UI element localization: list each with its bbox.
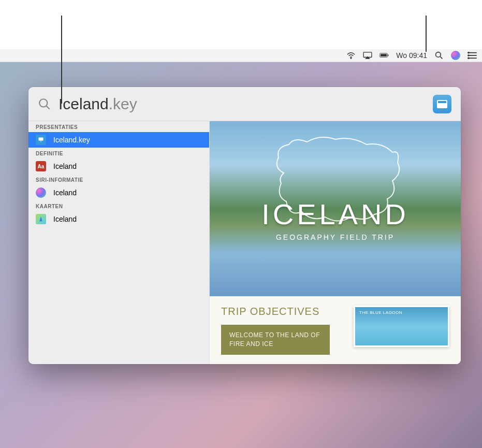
svg-rect-4 <box>388 54 388 56</box>
preview-slide-2: TRIP OBJECTIVES WELCOME TO THE LAND OF F… <box>210 296 461 364</box>
spotlight-preview-pane: ICELAND GEOGRAPHY FIELD TRIP TRIP OBJECT… <box>210 121 461 364</box>
airplay-icon[interactable] <box>363 51 372 60</box>
slide2-image-blue-lagoon: THE BLUE LAGOON <box>354 306 449 347</box>
svg-rect-3 <box>381 54 387 56</box>
iceland-map-outline <box>263 132 408 235</box>
svg-point-12 <box>468 57 470 60</box>
category-maps: KAARTEN <box>28 200 209 211</box>
dictionary-icon: Aa <box>36 161 46 171</box>
slide2-welcome-box: WELCOME TO THE LAND OF FIRE AND ICE <box>221 325 330 355</box>
result-label: Iceland <box>53 215 77 223</box>
battery-icon[interactable] <box>379 51 389 60</box>
keynote-app-icon <box>433 95 451 113</box>
search-icon <box>38 97 51 111</box>
spotlight-body: PRESENTATIES Iceland.key DEFINITIE Aa Ic… <box>28 121 461 364</box>
svg-point-0 <box>350 57 352 59</box>
spotlight-results-sidebar[interactable]: PRESENTATIES Iceland.key DEFINITIE Aa Ic… <box>28 121 210 364</box>
result-iceland-maps[interactable]: Iceland <box>28 211 209 227</box>
preview-slide-1: ICELAND GEOGRAPHY FIELD TRIP <box>210 121 461 296</box>
result-label: Iceland <box>53 162 77 170</box>
svg-line-6 <box>440 56 442 59</box>
svg-point-5 <box>436 52 441 57</box>
callout-area <box>0 0 482 49</box>
search-extension-text: .key <box>109 95 137 113</box>
spotlight-search-bar[interactable]: Iceland.key <box>28 87 461 121</box>
callout-line-spotlight-icon <box>426 16 427 52</box>
keynote-file-icon <box>36 135 46 145</box>
svg-point-11 <box>468 54 470 56</box>
notification-center-icon[interactable] <box>468 51 477 60</box>
category-presentations: PRESENTATIES <box>28 121 209 132</box>
result-label: Iceland.key <box>53 136 90 144</box>
category-siri: SIRI-INFORMATIE <box>28 174 209 185</box>
spotlight-search-input[interactable]: Iceland.key <box>59 95 433 113</box>
callout-line-search <box>61 16 62 104</box>
result-iceland-siri[interactable]: Iceland <box>28 185 209 200</box>
image-caption: THE BLUE LAGOON <box>359 310 444 315</box>
result-iceland-key[interactable]: Iceland.key <box>28 132 209 148</box>
category-definition: DEFINITIE <box>28 148 209 158</box>
svg-line-14 <box>47 106 50 109</box>
svg-point-10 <box>468 52 470 54</box>
menubar: Wo 09:41 <box>0 49 482 62</box>
search-query-text: Iceland <box>59 95 109 113</box>
svg-point-13 <box>39 99 47 107</box>
maps-icon <box>36 214 46 224</box>
spotlight-menubar-icon[interactable] <box>434 51 444 60</box>
slide2-content: TRIP OBJECTIVES WELCOME TO THE LAND OF F… <box>221 306 345 355</box>
slide2-heading: TRIP OBJECTIVES <box>221 306 345 317</box>
wifi-icon[interactable] <box>346 51 356 60</box>
siri-icon[interactable] <box>451 51 460 60</box>
result-label: Iceland <box>53 189 77 197</box>
result-iceland-definition[interactable]: Aa Iceland <box>28 158 209 174</box>
menubar-clock[interactable]: Wo 09:41 <box>396 51 427 60</box>
spotlight-window: Iceland.key PRESENTATIES Iceland.key DEF… <box>28 87 461 364</box>
siri-result-icon <box>36 187 46 198</box>
svg-rect-15 <box>39 138 43 141</box>
